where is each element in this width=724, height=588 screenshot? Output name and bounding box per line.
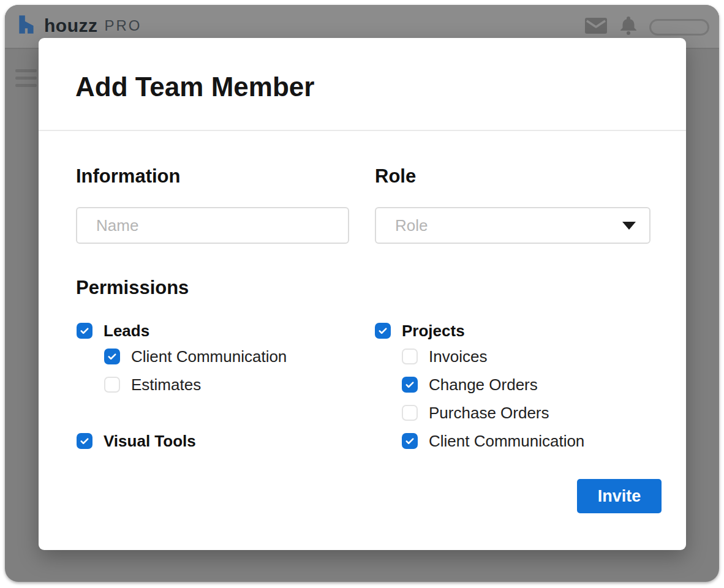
permission-label: Projects [402,322,465,341]
name-input[interactable] [76,207,349,244]
permissions-heading: Permissions [76,277,189,299]
permission-row-client-communication: Client Communication [104,349,287,364]
checkbox-estimates[interactable] [104,377,120,393]
permission-row-purchase-orders: Purchase Orders [402,405,549,421]
houzz-pro-logo[interactable]: houzz PRO [15,13,142,39]
bell-icon[interactable] [617,15,639,39]
checkbox-client-communication-projects[interactable] [402,433,418,449]
permission-label: Estimates [131,375,201,394]
modal-divider [39,130,686,131]
permission-row-projects: Projects [375,323,465,339]
role-heading: Role [375,165,416,187]
caret-down-icon [622,222,636,230]
permission-row-leads: Leads [77,323,149,339]
information-heading: Information [76,165,181,187]
permission-label: Invoices [429,347,487,366]
modal-title: Add Team Member [75,72,314,102]
invite-button[interactable]: Invite [577,479,662,513]
add-team-member-modal: Add Team Member Information Role Role Pe… [39,38,686,550]
permission-label: Change Orders [429,375,538,394]
permission-label: Purchase Orders [429,404,549,423]
permission-row-change-orders: Change Orders [402,377,538,393]
checkbox-invoices[interactable] [402,349,418,364]
hamburger-icon[interactable] [15,69,37,91]
role-select-placeholder: Role [395,216,622,235]
mail-icon[interactable] [584,17,608,37]
permission-label: Client Communication [429,432,584,451]
permission-row-visual-tools: Visual Tools [77,433,196,449]
permission-label: Leads [104,322,149,341]
checkbox-client-communication[interactable] [104,349,120,364]
checkbox-leads[interactable] [77,323,92,339]
houzz-house-icon [15,13,39,39]
permission-label: Client Communication [131,347,287,366]
checkbox-visual-tools[interactable] [77,433,92,449]
checkbox-projects[interactable] [375,323,391,339]
brand-name: houzz [44,15,97,36]
brand-suffix: PRO [104,17,141,34]
permission-row-invoices: Invoices [402,349,487,364]
role-select[interactable]: Role [375,207,650,244]
permission-row-estimates: Estimates [104,377,201,393]
permission-row-client-communication-projects: Client Communication [402,433,584,449]
permission-label: Visual Tools [104,432,196,451]
account-pill-button[interactable] [649,19,709,36]
checkbox-change-orders[interactable] [402,377,418,393]
checkbox-purchase-orders[interactable] [402,405,418,421]
